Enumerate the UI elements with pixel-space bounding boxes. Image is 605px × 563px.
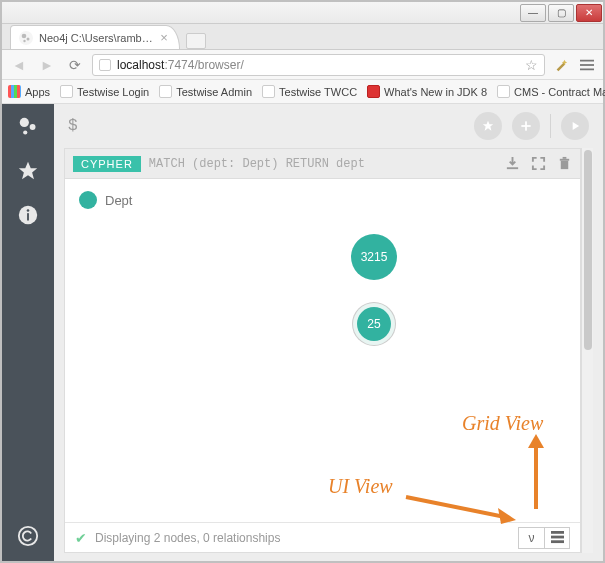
window-maximize-button[interactable]: ▢ bbox=[548, 4, 574, 22]
address-bar[interactable]: localhost:7474/browser/ ☆ bbox=[92, 54, 545, 76]
bookmark-label: CMS - Contract Ma... bbox=[514, 86, 605, 98]
page-icon bbox=[367, 85, 380, 98]
bookmark-star-icon[interactable]: ☆ bbox=[525, 57, 538, 73]
page-icon bbox=[60, 85, 73, 98]
check-icon: ✔ bbox=[75, 530, 87, 546]
add-button[interactable] bbox=[512, 112, 540, 140]
bookmark-label: Apps bbox=[25, 86, 50, 98]
svg-point-0 bbox=[22, 33, 27, 38]
apps-button[interactable]: Apps bbox=[8, 85, 50, 98]
forward-button[interactable]: ► bbox=[36, 54, 58, 76]
legend-swatch-icon bbox=[79, 191, 97, 209]
bookmark-label: Testwise Admin bbox=[176, 86, 252, 98]
node-label: 25 bbox=[367, 317, 380, 331]
editor-prompt: $ bbox=[68, 117, 78, 135]
bookmark-item[interactable]: What's New in JDK 8 bbox=[367, 85, 487, 98]
bookmark-item[interactable]: Testwise Admin bbox=[159, 85, 252, 98]
vertical-scrollbar[interactable] bbox=[581, 148, 593, 553]
scrollbar-thumb[interactable] bbox=[584, 150, 592, 350]
ui-view-button[interactable]: ν bbox=[518, 527, 544, 549]
result-panel-wrap: CYPHER MATCH (dept: Dept) RETURN dept De… bbox=[54, 148, 603, 561]
browser-tab-active[interactable]: Neo4j C:\Users\rambabu... × bbox=[10, 25, 180, 49]
url-host: localhost bbox=[117, 58, 164, 72]
svg-rect-20 bbox=[551, 536, 564, 539]
bookmark-label: What's New in JDK 8 bbox=[384, 86, 487, 98]
svg-rect-10 bbox=[27, 213, 29, 220]
graph-node-selected[interactable]: 25 bbox=[357, 307, 391, 341]
bookmarks-bar: Apps Testwise Login Testwise Admin Testw… bbox=[2, 80, 603, 104]
browser-tabstrip: Neo4j C:\Users\rambabu... × bbox=[2, 24, 603, 50]
result-footer: ✔ Displaying 2 nodes, 0 relationships ν bbox=[65, 522, 580, 552]
bookmark-item[interactable]: Testwise Login bbox=[60, 85, 149, 98]
page-icon bbox=[497, 85, 510, 98]
sidebar-info-icon[interactable] bbox=[15, 202, 41, 228]
svg-point-2 bbox=[23, 39, 25, 41]
back-button[interactable]: ◄ bbox=[8, 54, 30, 76]
svg-point-1 bbox=[27, 37, 30, 40]
graph-canvas[interactable]: Dept 3215 25 bbox=[65, 179, 580, 522]
grid-apps-icon bbox=[8, 85, 21, 98]
editor-row: $ bbox=[54, 104, 603, 148]
new-tab-button[interactable] bbox=[186, 33, 206, 49]
svg-rect-4 bbox=[580, 64, 594, 66]
browser-tab-title: Neo4j C:\Users\rambabu... bbox=[39, 32, 157, 44]
page-favicon-icon bbox=[99, 59, 111, 71]
svg-rect-18 bbox=[562, 157, 566, 159]
app-sidebar bbox=[2, 104, 54, 561]
app-main: $ CYPHER MATCH (dept: Dept) RETURN d bbox=[54, 104, 603, 561]
url-path: :7474/browser/ bbox=[164, 58, 243, 72]
bookmark-label: Testwise TWCC bbox=[279, 86, 357, 98]
trash-icon[interactable] bbox=[556, 156, 572, 172]
favorite-button[interactable] bbox=[474, 112, 502, 140]
run-button[interactable] bbox=[561, 112, 589, 140]
page-icon bbox=[262, 85, 275, 98]
svg-rect-17 bbox=[559, 159, 568, 161]
svg-point-12 bbox=[19, 527, 37, 545]
reload-button[interactable]: ⟳ bbox=[64, 54, 86, 76]
download-icon[interactable] bbox=[504, 156, 520, 172]
svg-rect-16 bbox=[560, 161, 568, 169]
svg-rect-5 bbox=[580, 68, 594, 70]
sidebar-copyright-icon[interactable] bbox=[15, 523, 41, 549]
result-panel: CYPHER MATCH (dept: Dept) RETURN dept De… bbox=[64, 148, 581, 553]
svg-rect-21 bbox=[551, 540, 564, 543]
window-minimize-button[interactable]: — bbox=[520, 4, 546, 22]
svg-point-7 bbox=[30, 124, 36, 130]
sidebar-favorites-icon[interactable] bbox=[15, 158, 41, 184]
chrome-menu-icon[interactable] bbox=[577, 55, 597, 75]
svg-rect-14 bbox=[521, 125, 530, 127]
cypher-badge: CYPHER bbox=[73, 156, 141, 172]
separator bbox=[550, 114, 551, 138]
node-label: 3215 bbox=[361, 250, 388, 264]
graph-node[interactable]: 3215 bbox=[351, 234, 397, 280]
window-close-button[interactable]: ✕ bbox=[576, 4, 602, 22]
svg-point-11 bbox=[27, 209, 30, 212]
browser-toolbar: ◄ ► ⟳ localhost:7474/browser/ ☆ bbox=[2, 50, 603, 80]
query-text: MATCH (dept: Dept) RETURN dept bbox=[149, 157, 365, 171]
grid-view-button[interactable] bbox=[544, 527, 570, 549]
window-titlebar: — ▢ ✕ bbox=[2, 2, 603, 24]
svg-rect-19 bbox=[551, 531, 564, 534]
bookmark-item[interactable]: CMS - Contract Ma... bbox=[497, 85, 605, 98]
bookmark-label: Testwise Login bbox=[77, 86, 149, 98]
neo4j-favicon-icon bbox=[19, 31, 33, 45]
tab-close-icon[interactable]: × bbox=[157, 31, 171, 45]
neo4j-browser-app: $ CYPHER MATCH (dept: Dept) RETURN d bbox=[2, 104, 603, 561]
legend[interactable]: Dept bbox=[79, 191, 132, 209]
legend-label: Dept bbox=[105, 193, 132, 208]
status-text: Displaying 2 nodes, 0 relationships bbox=[95, 531, 280, 545]
expand-icon[interactable] bbox=[530, 156, 546, 172]
svg-point-8 bbox=[23, 130, 27, 134]
svg-rect-3 bbox=[580, 59, 594, 61]
svg-rect-15 bbox=[506, 167, 517, 169]
sidebar-database-icon[interactable] bbox=[15, 114, 41, 140]
bookmark-item[interactable]: Testwise TWCC bbox=[262, 85, 357, 98]
svg-point-6 bbox=[20, 118, 29, 127]
page-icon bbox=[159, 85, 172, 98]
result-header: CYPHER MATCH (dept: Dept) RETURN dept bbox=[65, 149, 580, 179]
magic-wand-icon[interactable] bbox=[551, 55, 571, 75]
